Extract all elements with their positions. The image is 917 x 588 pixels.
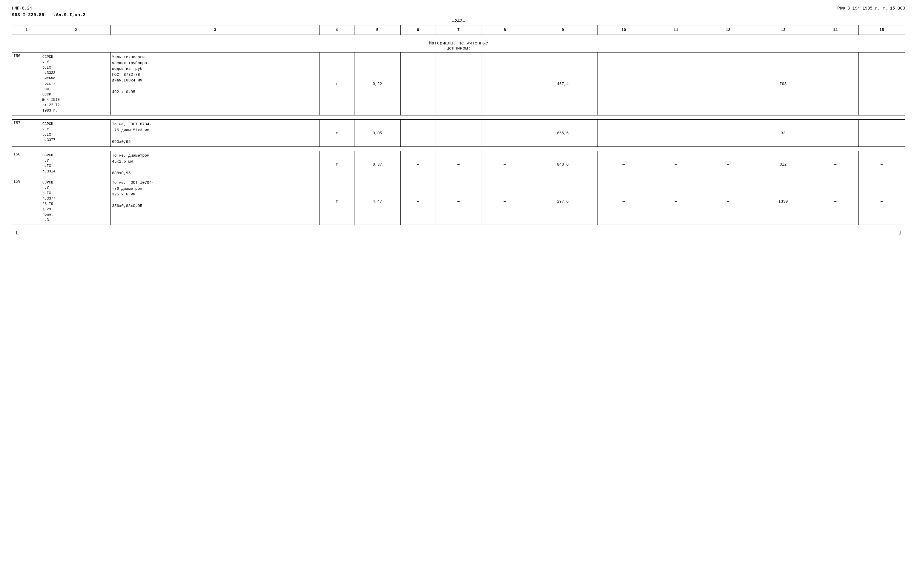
- row-col14-157: —: [812, 120, 859, 147]
- row-col6-159: —: [400, 178, 435, 225]
- col-header-14: 14: [812, 25, 859, 35]
- col-header-2: 2: [41, 25, 111, 35]
- row-col6-157: —: [400, 120, 435, 147]
- row-col8-157: —: [482, 120, 528, 147]
- row-col8-156: —: [482, 53, 528, 115]
- row-col13-157: 33: [754, 120, 812, 147]
- top-right-label: РКФ 3 194 1985 г. т. 15 000: [837, 6, 905, 11]
- top-bar: НМП-8.24 РКФ 3 194 1985 г. т. 15 000: [12, 6, 905, 11]
- row-col10-157: —: [598, 120, 650, 147]
- row-col12-159: —: [702, 178, 754, 225]
- row-col14-158: —: [812, 151, 859, 178]
- row-col9-157: 655,5: [528, 120, 598, 147]
- row-id-156: I56: [12, 53, 41, 115]
- row-col12-158: —: [702, 151, 754, 178]
- row-unit-159: т: [319, 178, 354, 225]
- section-header-line1: Материалы, не учтенные: [12, 41, 905, 46]
- col-header-6: 6: [400, 25, 435, 35]
- row-col9-156: 467,4: [528, 53, 598, 115]
- row-col15-156: —: [859, 53, 905, 115]
- col-header-4: 4: [319, 25, 354, 35]
- col-header-15: 15: [859, 25, 905, 35]
- row-col5-158: 0,37: [354, 151, 400, 178]
- col-header-7: 7: [435, 25, 482, 35]
- table-header-row: 1 2 3 4 5 6 7 8 9 10 11 12 13 14 15: [12, 25, 905, 35]
- row-col10-158: —: [598, 151, 650, 178]
- doc-number: 903-I-229.86: [12, 13, 44, 18]
- doc-header: 903-I-229.86 .Ал.9.I,кн.2: [12, 13, 905, 18]
- col-header-12: 12: [702, 25, 754, 35]
- footer-right-corner: ┘: [899, 231, 902, 238]
- col-header-5: 5: [354, 25, 400, 35]
- row-id-157: I57: [12, 120, 41, 147]
- section-header-row: Материалы, не учтенные ценником:: [12, 35, 905, 53]
- row-col10-156: —: [598, 53, 650, 115]
- row-ref-156: ССРСЦ ч.У р.IX п.3333 Письмо Госст- роя …: [41, 53, 111, 115]
- row-col7-156: —: [435, 53, 482, 115]
- row-col11-157: —: [650, 120, 702, 147]
- row-col11-159: —: [650, 178, 702, 225]
- top-left-label: НМП-8.24: [12, 6, 32, 11]
- row-col15-157: —: [859, 120, 905, 147]
- row-col12-157: —: [702, 120, 754, 147]
- row-unit-156: т: [319, 53, 354, 115]
- table-row: I57 ССРСЦ ч.У р.IX п.33I7 То же, ГОСТ 87…: [12, 120, 905, 147]
- row-col7-157: —: [435, 120, 482, 147]
- row-col15-159: —: [859, 178, 905, 225]
- row-col8-158: —: [482, 151, 528, 178]
- table-row: I56 ССРСЦ ч.У р.IX п.3333 Письмо Госст- …: [12, 53, 905, 115]
- row-col14-159: —: [812, 178, 859, 225]
- row-desc-158: То же, диаметром 45х2,5 мм 888х0,95: [111, 151, 319, 178]
- footer-left-corner: └: [15, 231, 18, 238]
- footer-bar: └ ┘: [12, 231, 905, 238]
- row-col14-156: —: [812, 53, 859, 115]
- row-col11-156: —: [650, 53, 702, 115]
- row-ref-159: ССРСЦ ч.У р.IX п.3377 23-I0 § 29 прим. п…: [41, 178, 111, 225]
- row-col6-156: —: [400, 53, 435, 115]
- main-table: 1 2 3 4 5 6 7 8 9 10 11 12 13 14 15 Мате…: [12, 25, 905, 225]
- row-desc-159: То же, ГОСТ I0704- -76 диаметром 325 х 6…: [111, 178, 319, 225]
- row-col7-159: —: [435, 178, 482, 225]
- col-header-13: 13: [754, 25, 812, 35]
- row-id-158: I58: [12, 151, 41, 178]
- col-header-9: 9: [528, 25, 598, 35]
- col-header-1: 1: [12, 25, 41, 35]
- row-desc-156: Узлы технологи- ческих трубопро- водов и…: [111, 53, 319, 115]
- row-col9-159: 297,6: [528, 178, 598, 225]
- page-number: —242—: [12, 19, 905, 24]
- row-col13-158: 3I2: [754, 151, 812, 178]
- doc-ref: .Ал.9.I,кн.2: [53, 13, 86, 18]
- section-header-line2: ценником:: [12, 46, 905, 51]
- section-header: Материалы, не учтенные ценником:: [12, 35, 905, 53]
- row-col13-156: I03: [754, 53, 812, 115]
- col-header-11: 11: [650, 25, 702, 35]
- row-col12-156: —: [702, 53, 754, 115]
- row-col15-158: —: [859, 151, 905, 178]
- table-row: I59 ССРСЦ ч.У р.IX п.3377 23-I0 § 29 при…: [12, 178, 905, 225]
- row-col8-159: —: [482, 178, 528, 225]
- row-desc-157: То же, ГОСТ 8734- -75 диам.57х3 мм 690х0…: [111, 120, 319, 147]
- spacer-row-1: [12, 115, 905, 120]
- row-col7-158: —: [435, 151, 482, 178]
- row-col5-157: 0,05: [354, 120, 400, 147]
- row-col9-158: 843,6: [528, 151, 598, 178]
- row-col10-159: —: [598, 178, 650, 225]
- table-row: I58 ССРСЦ ч.У р.IX п.33I4 То же, диаметр…: [12, 151, 905, 178]
- col-header-10: 10: [598, 25, 650, 35]
- row-unit-157: т: [319, 120, 354, 147]
- row-ref-157: ССРСЦ ч.У р.IX п.33I7: [41, 120, 111, 147]
- col-header-8: 8: [482, 25, 528, 35]
- col-header-3: 3: [111, 25, 319, 35]
- row-col11-158: —: [650, 151, 702, 178]
- row-col5-159: 4,47: [354, 178, 400, 225]
- spacer-row-2: [12, 147, 905, 151]
- row-unit-158: т: [319, 151, 354, 178]
- row-ref-158: ССРСЦ ч.У р.IX п.33I4: [41, 151, 111, 178]
- row-id-159: I59: [12, 178, 41, 225]
- row-col5-156: 0,22: [354, 53, 400, 115]
- row-col6-158: —: [400, 151, 435, 178]
- row-col13-159: I330: [754, 178, 812, 225]
